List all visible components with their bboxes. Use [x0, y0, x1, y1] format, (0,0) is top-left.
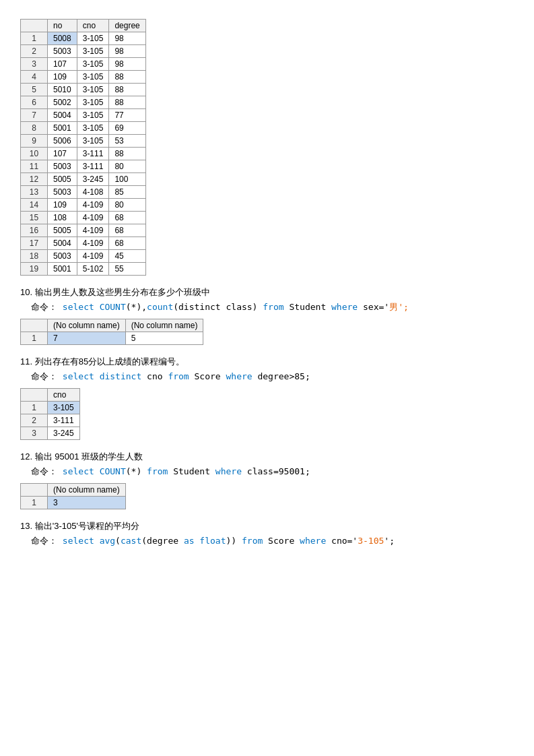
table-row: 150083-10598 — [21, 32, 146, 45]
section-10: 10. 输出男生人数及这些男生分布在多少个班级中 命令： select COUN… — [20, 286, 514, 345]
col-no: no — [48, 20, 77, 32]
section-13: 13. 输出'3-105'号课程的平均分 命令： select avg(cast… — [20, 520, 514, 547]
table-row: 141094-10980 — [21, 199, 146, 212]
section-10-code: select COUNT(*),count(distinct class) fr… — [63, 302, 409, 312]
table-row: 950063-10553 — [21, 135, 146, 148]
table-row: 101073-11188 — [21, 148, 146, 160]
table-row: 1750044-10968 — [21, 237, 146, 250]
table-row: 1650054-10968 — [21, 224, 146, 237]
section-10-table: (No column name) (No column name) 1 7 5 — [20, 319, 203, 345]
table-row: 1250053-245100 — [21, 173, 146, 186]
section-11-code: select distinct cno from Score where deg… — [63, 371, 310, 381]
section-10-title: 10. 输出男生人数及这些男生分布在多少个班级中 — [20, 286, 514, 298]
col-index — [21, 20, 48, 32]
section-11-table: cno 1 3-105 2 3-111 3 3-245 — [20, 388, 80, 440]
section-12-table: (No column name) 1 3 — [20, 483, 126, 509]
table-row: 1 7 5 — [21, 332, 203, 345]
table-row: 1950015-10255 — [21, 263, 146, 276]
table-row: 2 3-111 — [21, 414, 80, 427]
col-cno: cno — [77, 20, 109, 32]
table-row: 31073-10598 — [21, 58, 146, 71]
section-11: 11. 列出存在有85分以上成绩的课程编号。 命令： select distin… — [20, 356, 514, 440]
section-12-title: 12. 输出 95001 班级的学生人数 — [20, 451, 514, 463]
section-11-command: 命令： select distinct cno from Score where… — [31, 371, 514, 383]
table-row: 1850034-10945 — [21, 250, 146, 263]
section-13-title: 13. 输出'3-105'号课程的平均分 — [20, 520, 514, 532]
table-row: 41093-10588 — [21, 71, 146, 84]
table-row: 1 3-105 — [21, 402, 80, 414]
table-row: 550103-10588 — [21, 84, 146, 96]
section-11-title: 11. 列出存在有85分以上成绩的课程编号。 — [20, 356, 514, 368]
table-row: 650023-10588 — [21, 96, 146, 109]
table-row: 151084-10968 — [21, 212, 146, 224]
table-row: 750043-10577 — [21, 109, 146, 122]
table-row: 850013-10569 — [21, 122, 146, 135]
table-row: 1 3 — [21, 497, 126, 509]
section-12-code: select COUNT(*) from Student where class… — [63, 466, 310, 476]
section-12: 12. 输出 95001 班级的学生人数 命令： select COUNT(*)… — [20, 451, 514, 509]
table-row: 1350034-10885 — [21, 186, 146, 199]
col-degree: degree — [109, 20, 145, 32]
section-13-command: 命令： select avg(cast(degree as float)) fr… — [31, 535, 514, 547]
table-row: 1150033-11180 — [21, 160, 146, 173]
score-table: no cno degree 150083-10598250033-1059831… — [20, 19, 146, 276]
table-row: 250033-10598 — [21, 45, 146, 58]
section-12-command: 命令： select COUNT(*) from Student where c… — [31, 466, 514, 478]
section-10-command: 命令： select COUNT(*),count(distinct class… — [31, 301, 514, 313]
table-row: 3 3-245 — [21, 427, 80, 440]
section-13-code: select avg(cast(degree as float)) from S… — [63, 536, 395, 546]
